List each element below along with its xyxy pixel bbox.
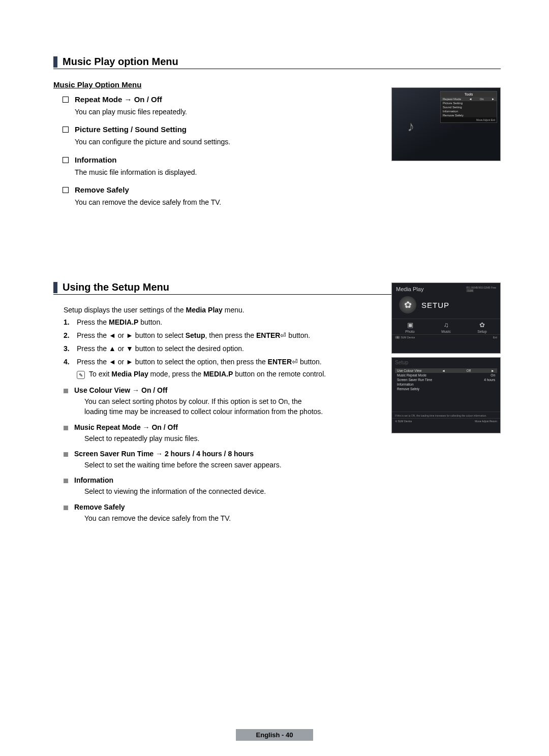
tools-row: Picture Setting <box>441 101 497 105</box>
checkbox-icon <box>63 97 69 103</box>
square-bullet-icon <box>64 506 68 510</box>
page-footer: English - 40 <box>0 729 549 741</box>
setup-hint: If this is set to ON, the loading time i… <box>392 412 500 418</box>
setup-row: Screen Saver Run Time4 hours <box>395 377 497 382</box>
note-icon: ✎ <box>77 371 85 379</box>
section-title-text: Using the Setup Menu <box>63 281 169 293</box>
screenshot-tools-menu: ♪ Tools Repeat Mode◄On► Picture Setting … <box>391 87 501 161</box>
setup-header: Setup <box>392 358 500 367</box>
tab-music: ♫Music <box>434 321 459 333</box>
tab-setup: ✿Setup <box>470 321 495 333</box>
music-icon: ♫ <box>434 321 459 329</box>
square-bullet-icon <box>64 389 68 393</box>
music-note-icon: ♪ <box>407 118 414 135</box>
page-number: English - 40 <box>236 729 314 741</box>
photo-icon: ▣ <box>398 321 423 329</box>
tools-panel: Tools Repeat Mode◄On► Picture Setting So… <box>440 91 497 123</box>
tools-row-repeat: Repeat Mode◄On► <box>441 97 497 101</box>
square-bullet-icon <box>64 479 68 483</box>
accent-bar <box>53 282 57 293</box>
checkbox-icon <box>63 157 69 163</box>
tools-footer: Move Adjust Exit <box>441 117 497 122</box>
tab-photo: ▣Photo <box>398 321 423 333</box>
section-heading-music-play: Music Play option Menu <box>53 56 501 69</box>
accent-bar <box>53 56 57 68</box>
tools-row: Remove Safely <box>441 113 497 117</box>
option-desc: You can remove the device safely from th… <box>75 197 501 207</box>
setup-label: SETUP <box>421 301 449 309</box>
tools-row: Information <box>441 109 497 113</box>
setup-opt-remove-safely: Remove Safely <box>64 503 501 511</box>
setup-row: Remove Safely <box>395 387 497 391</box>
media-play-title: Media Play <box>396 286 423 292</box>
checkbox-icon <box>63 187 69 193</box>
section-title-text: Music Play option Menu <box>63 56 178 68</box>
setup-icon: ✿ <box>470 321 495 329</box>
setup-opt-information: Information <box>64 476 501 484</box>
square-bullet-icon <box>64 426 68 430</box>
checkbox-icon <box>63 127 69 133</box>
option-desc: The music file information is displayed. <box>75 167 501 177</box>
setup-row: Music Repeat ModeOn <box>395 373 497 377</box>
enter-icon: ⏎ <box>292 358 298 366</box>
setup-opt-screensaver: Screen Saver Run Time → 2 hours / 4 hour… <box>64 450 501 458</box>
screenshot-setup-list: Setup Use Colour View◄Off► Music Repeat … <box>391 357 501 433</box>
gear-icon: ✿ <box>399 296 416 313</box>
setup-row: Use Colour View◄Off► <box>395 368 497 373</box>
enter-icon: ⏎ <box>280 331 286 339</box>
setup-row: Information <box>395 382 497 387</box>
screenshot-media-play: Media Play 851.86MB/993.02MB FreeSUM ✿ S… <box>391 282 501 354</box>
tools-header: Tools <box>441 91 497 97</box>
square-bullet-icon <box>64 452 68 457</box>
tools-row: Sound Setting <box>441 105 497 109</box>
option-remove-safely: Remove Safely You can remove the device … <box>63 185 501 207</box>
